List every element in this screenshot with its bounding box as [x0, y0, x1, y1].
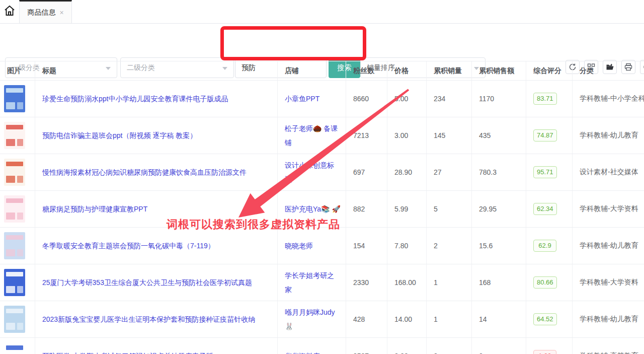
total-revenue-cell: 1170	[472, 81, 526, 117]
shop-cell: 学长学姐考研之家	[278, 264, 346, 301]
table-row: 预防医学 大学期末考试复习笔记知识点总结题库电子版华华资料库25272.8800…	[0, 338, 644, 354]
product-image-cell	[0, 81, 35, 117]
category-cell: 学科教辅-大学资料	[573, 264, 644, 301]
score-cell: 80.66	[526, 264, 573, 301]
home-icon	[4, 5, 16, 19]
fans-count-cell: 7213	[346, 117, 387, 154]
score-badge: 62.9	[533, 240, 556, 252]
table-row: 预防电信诈骗主题班会ppt（附视频 逐字稿 教案）松子老师🌰 备课铺72133.…	[0, 117, 644, 154]
total-revenue-cell: 0	[472, 338, 526, 354]
score-cell: 64.52	[526, 301, 573, 337]
product-table: 图片标题店铺粉丝数价格累积销量累积销售额综合评分分类 珍爱生命预防溺水ppt中小…	[0, 61, 644, 354]
product-title-link[interactable]: 慢性病海报素材冠心病知识糖尿病预防健康饮食高血压防治源文件	[42, 165, 247, 179]
score-badge: 83.71	[533, 93, 557, 105]
price-cell: 2.88	[387, 338, 427, 354]
total-sales-cell: 2	[427, 228, 472, 264]
product-info-page: 商品信息 × 一级分类 二级分类 搜索 销量排序	[0, 0, 644, 354]
column-header-8: 分类	[573, 61, 644, 80]
column-header-2: 店铺	[278, 61, 346, 80]
product-title-cell: 慢性病海报素材冠心病知识糖尿病预防健康饮食高血压防治源文件	[35, 154, 278, 190]
product-image-cell	[0, 191, 35, 227]
fans-count-cell: 697	[346, 154, 387, 190]
total-sales-cell: 1	[427, 264, 472, 301]
total-revenue-cell: 435	[472, 117, 526, 154]
fans-count-cell: 2527	[346, 338, 387, 354]
price-cell: 5.00	[387, 81, 427, 117]
product-image-cell	[0, 301, 35, 337]
product-title-link[interactable]: 冬季取暖安全教育主题班会预防一氧化碳中毒（7-119）	[42, 239, 215, 253]
category-cell: 学科教辅-大学资料	[573, 191, 644, 227]
product-title-link[interactable]: 珍爱生命预防溺水ppt中小学幼儿园安全教育课件电子版成品	[42, 92, 228, 106]
total-sales-cell: 1	[427, 301, 472, 337]
table-row: 珍爱生命预防溺水ppt中小学幼儿园安全教育课件电子版成品小章鱼PPT86605.…	[0, 81, 644, 117]
product-thumbnail[interactable]	[4, 342, 25, 354]
price-cell: 28.90	[387, 154, 427, 190]
column-header-1: 标题	[35, 61, 278, 80]
shop-cell: 医护充电Ya📚 🚀	[278, 191, 346, 227]
shop-link[interactable]: 设计小保创意标识	[285, 158, 341, 186]
fans-count-cell: 882	[346, 191, 387, 227]
product-title-cell: 预防电信诈骗主题班会ppt（附视频 逐字稿 教案）	[35, 117, 278, 154]
product-thumbnail[interactable]	[4, 159, 25, 186]
price-cell: 5.99	[387, 191, 427, 227]
table-row: 慢性病海报素材冠心病知识糖尿病预防健康饮食高血压防治源文件设计小保创意标识697…	[0, 154, 644, 191]
fans-count-cell: 2330	[346, 264, 387, 301]
total-revenue-cell: 15.6	[472, 228, 526, 264]
product-title-link[interactable]: 预防电信诈骗主题班会ppt（附视频 逐字稿 教案）	[42, 128, 197, 143]
tab-label: 商品信息	[27, 8, 55, 17]
fans-count-cell: 428	[346, 301, 387, 337]
shop-cell: 晓晓老师	[278, 228, 346, 264]
tab-product-info[interactable]: 商品信息 ×	[19, 0, 72, 23]
shop-cell: 华华资料库	[278, 338, 346, 354]
product-title-link[interactable]: 25厦门大学考研353卫生综合厦大公共卫生与预防社会医学初试真题	[42, 275, 252, 290]
score-cell: 95.71	[526, 154, 573, 190]
score-badge: 64.52	[533, 313, 557, 325]
category-cell: 学科教辅-幼儿教育	[573, 228, 644, 264]
price-cell: 7.80	[387, 228, 427, 264]
column-header-6: 累积销售额	[472, 61, 526, 80]
fans-count-cell: 8660	[346, 81, 387, 117]
column-header-0: 图片	[0, 61, 35, 80]
product-thumbnail[interactable]	[4, 232, 25, 259]
product-thumbnail[interactable]	[4, 195, 25, 223]
product-image-cell	[0, 228, 35, 264]
filter-toolbar: 一级分类 二级分类 搜索 销量排序	[0, 24, 644, 60]
table-body: 珍爱生命预防溺水ppt中小学幼儿园安全教育课件电子版成品小章鱼PPT86605.…	[0, 81, 644, 354]
column-header-4: 价格	[387, 61, 427, 80]
total-revenue-cell: 168	[472, 264, 526, 301]
home-button[interactable]	[0, 0, 19, 23]
product-image-cell	[0, 154, 35, 190]
table-row: 2023新版兔宝宝婴儿医学出生证明本保护套和预防接种证疫苗针收纳喺月月妈咪Jud…	[0, 301, 644, 338]
product-title-cell: 冬季取暖安全教育主题班会预防一氧化碳中毒（7-119）	[35, 228, 278, 264]
shop-link[interactable]: 小章鱼PPT	[285, 92, 319, 106]
product-title-link[interactable]: 预防医学 大学期末考试复习笔记知识点总结题库电子版	[42, 349, 213, 354]
shop-link[interactable]: 晓晓老师	[285, 239, 313, 253]
shop-link[interactable]: 学长学姐考研之家	[285, 268, 341, 297]
product-title-cell: 珍爱生命预防溺水ppt中小学幼儿园安全教育课件电子版成品	[35, 81, 278, 117]
product-title-cell: 糖尿病足预防与护理健康宣教PPT	[35, 191, 278, 227]
product-title-link[interactable]: 2023新版兔宝宝婴儿医学出生证明本保护套和预防接种证疫苗针收纳	[42, 312, 255, 326]
product-thumbnail[interactable]	[4, 306, 25, 333]
score-badge: 80.66	[533, 276, 557, 289]
shop-cell: 小章鱼PPT	[278, 81, 346, 117]
fans-count-cell: 154	[346, 228, 387, 264]
shop-link[interactable]: 医护充电Ya📚 🚀	[285, 202, 341, 216]
product-thumbnail[interactable]	[4, 85, 25, 112]
shop-link[interactable]: 喺月月妈咪Judy🐰	[285, 305, 341, 333]
table-row: 糖尿病足预防与护理健康宣教PPT医护充电Ya📚 🚀8825.99529.9562…	[0, 191, 644, 228]
product-thumbnail[interactable]	[4, 269, 25, 296]
close-icon[interactable]: ×	[59, 9, 63, 17]
product-title-cell: 2023新版兔宝宝婴儿医学出生证明本保护套和预防接种证疫苗针收纳	[35, 301, 278, 337]
shop-cell: 设计小保创意标识	[278, 154, 346, 190]
total-sales-cell: 0	[427, 338, 472, 354]
product-title-cell: 25厦门大学考研353卫生综合厦大公共卫生与预防社会医学初试真题	[35, 264, 278, 301]
product-title-link[interactable]: 糖尿病足预防与护理健康宣教PPT	[42, 202, 147, 216]
total-sales-cell: 27	[427, 154, 472, 190]
shop-link[interactable]: 华华资料库	[285, 349, 320, 354]
table-header-row: 图片标题店铺粉丝数价格累积销量累积销售额综合评分分类	[0, 61, 644, 81]
column-header-7: 综合评分	[526, 61, 573, 80]
category-cell: 学科教辅-中小学全科	[573, 81, 644, 117]
shop-link[interactable]: 松子老师🌰 备课铺	[285, 121, 341, 150]
score-cell: 62.9	[526, 228, 573, 264]
product-thumbnail[interactable]	[4, 122, 25, 149]
